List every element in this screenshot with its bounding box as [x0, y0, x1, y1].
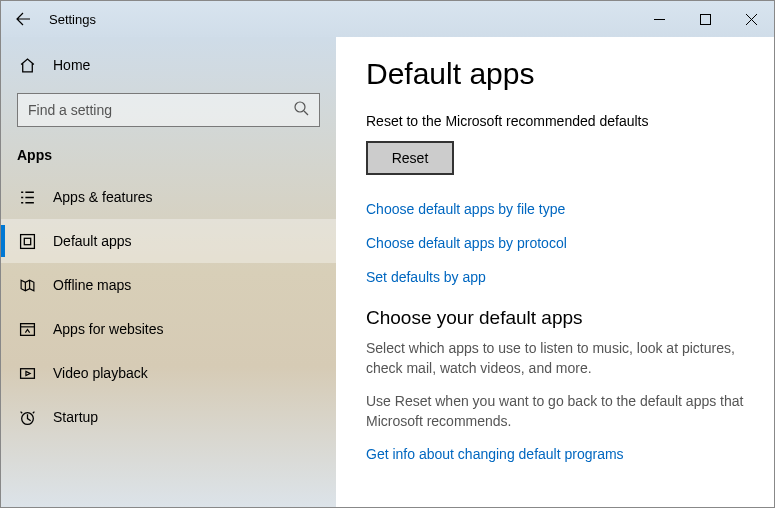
main-panel: Default apps Reset to the Microsoft reco… — [336, 37, 774, 507]
page-heading: Default apps — [366, 57, 744, 91]
startup-icon — [17, 409, 37, 426]
sidebar-item-apps-websites[interactable]: Apps for websites — [1, 307, 336, 351]
svg-rect-5 — [20, 368, 34, 378]
sidebar-item-label: Offline maps — [53, 277, 131, 293]
sidebar-item-label: Video playback — [53, 365, 148, 381]
minimize-button[interactable] — [636, 1, 682, 37]
search-icon — [293, 100, 309, 120]
search-input[interactable] — [28, 102, 293, 118]
link-protocol[interactable]: Choose default apps by protocol — [366, 235, 744, 251]
sidebar: Home Apps Apps & features Default ap — [1, 37, 336, 507]
search-box[interactable] — [17, 93, 320, 127]
sidebar-item-label: Default apps — [53, 233, 132, 249]
close-icon — [746, 14, 757, 25]
close-button[interactable] — [728, 1, 774, 37]
sidebar-item-label: Apps & features — [53, 189, 153, 205]
maximize-button[interactable] — [682, 1, 728, 37]
sidebar-item-offline-maps[interactable]: Offline maps — [1, 263, 336, 307]
minimize-icon — [654, 14, 665, 25]
sidebar-item-label: Apps for websites — [53, 321, 164, 337]
svg-rect-2 — [20, 234, 34, 248]
list-icon — [17, 189, 37, 206]
reset-description: Reset to the Microsoft recommended defau… — [366, 113, 744, 129]
category-heading: Apps — [1, 141, 336, 175]
reset-button[interactable]: Reset — [366, 141, 454, 175]
svg-rect-0 — [700, 14, 710, 24]
window-title: Settings — [49, 12, 96, 27]
sidebar-item-label: Startup — [53, 409, 98, 425]
sidebar-item-default-apps[interactable]: Default apps — [1, 219, 336, 263]
description-1: Select which apps to use to listen to mu… — [366, 339, 744, 378]
back-button[interactable] — [1, 1, 45, 37]
defaults-icon — [17, 233, 37, 250]
sub-heading: Choose your default apps — [366, 307, 744, 329]
svg-point-1 — [295, 102, 305, 112]
link-file-type[interactable]: Choose default apps by file type — [366, 201, 744, 217]
title-bar: Settings — [1, 1, 774, 37]
map-icon — [17, 277, 37, 294]
svg-rect-3 — [24, 238, 30, 244]
link-by-app[interactable]: Set defaults by app — [366, 269, 744, 285]
settings-window: Settings Home — [0, 0, 775, 508]
info-link[interactable]: Get info about changing default programs — [366, 446, 624, 462]
sidebar-item-video-playback[interactable]: Video playback — [1, 351, 336, 395]
video-icon — [17, 365, 37, 382]
maximize-icon — [700, 14, 711, 25]
sidebar-item-startup[interactable]: Startup — [1, 395, 336, 439]
description-2: Use Reset when you want to go back to th… — [366, 392, 744, 431]
home-label: Home — [53, 57, 90, 73]
back-arrow-icon — [15, 11, 31, 27]
content-area: Home Apps Apps & features Default ap — [1, 37, 774, 507]
websites-icon — [17, 321, 37, 338]
sidebar-item-apps-features[interactable]: Apps & features — [1, 175, 336, 219]
link-list: Choose default apps by file type Choose … — [366, 201, 744, 285]
home-nav[interactable]: Home — [1, 47, 336, 83]
home-icon — [17, 57, 37, 74]
window-controls — [636, 1, 774, 37]
